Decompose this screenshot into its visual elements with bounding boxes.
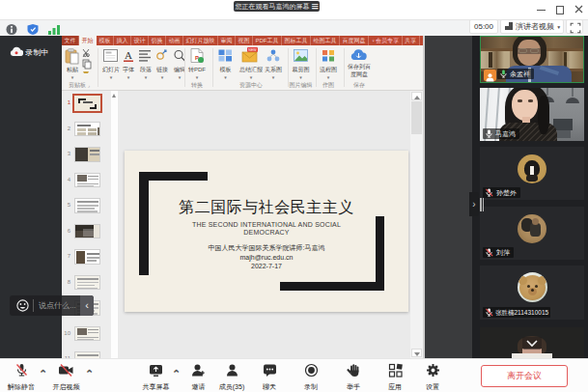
svg-text:A: A bbox=[125, 49, 132, 61]
svg-text:NEW: NEW bbox=[248, 48, 257, 52]
